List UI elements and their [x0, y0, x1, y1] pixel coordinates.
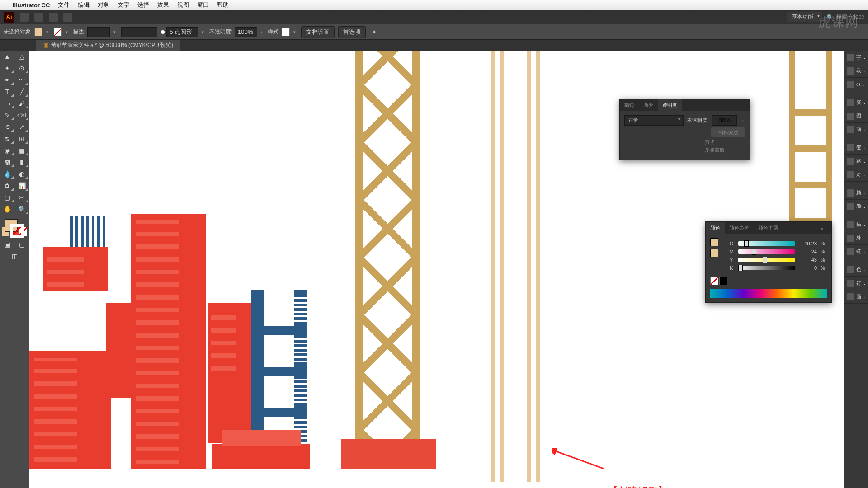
menu-file[interactable]: 文件: [58, 1, 70, 9]
y-slider[interactable]: [738, 258, 795, 262]
dock-appearance[interactable]: 外...: [844, 231, 868, 245]
style-swatch[interactable]: [282, 28, 290, 36]
align-icon[interactable]: ✦: [372, 29, 377, 35]
dock-links[interactable]: 链...: [844, 245, 868, 258]
tab-color[interactable]: 颜色: [706, 222, 725, 234]
brush-preset[interactable]: [166, 27, 198, 37]
dock-colorguide[interactable]: 颜...: [844, 200, 868, 213]
tab-gradient[interactable]: 渐变: [639, 99, 658, 111]
app-name[interactable]: Illustrator CC: [13, 2, 50, 9]
type-tool[interactable]: T: [0, 86, 14, 98]
panel-menu-icon[interactable]: » ≡: [817, 224, 831, 234]
artwork-crane: [355, 51, 420, 439]
dock-stroke[interactable]: 描...: [844, 218, 868, 231]
panel-opacity-input[interactable]: [712, 115, 737, 126]
dock-symbols[interactable]: 符...: [844, 277, 868, 290]
dock-color[interactable]: 颜...: [844, 186, 868, 200]
spectrum-picker[interactable]: [710, 289, 827, 298]
screen-mode-normal[interactable]: ▣: [0, 239, 14, 250]
invert-checkbox[interactable]: [697, 148, 702, 153]
stroke-weight-input[interactable]: [87, 27, 110, 37]
free-transform-tool[interactable]: ⊞: [14, 133, 29, 145]
rotate-tool[interactable]: ⟲: [0, 121, 14, 133]
symbol-sprayer-tool[interactable]: ✿: [0, 180, 14, 192]
menu-type[interactable]: 文字: [118, 1, 129, 9]
bridge-icon[interactable]: [20, 13, 29, 22]
paintbrush-tool[interactable]: 🖌: [14, 98, 29, 109]
slice-tool[interactable]: ✂: [14, 192, 29, 203]
rectangle-tool[interactable]: ▭: [0, 98, 14, 109]
selection-tool[interactable]: ▲: [0, 51, 14, 62]
menu-help[interactable]: 帮助: [217, 1, 229, 9]
menu-object[interactable]: 对象: [98, 1, 109, 9]
blend-mode-select[interactable]: 正常: [624, 115, 684, 126]
menu-view[interactable]: 视图: [177, 1, 189, 9]
stock-icon[interactable]: [34, 13, 43, 22]
k-slider[interactable]: [738, 266, 795, 270]
control-bar: 未选择对象 ▾ ▾ 描边: ▾ ▾ 不透明度: › 样式: ▾ 文档设置 首选项…: [0, 24, 868, 40]
search-box[interactable]: 🔍 搜索 Adobe: [827, 13, 864, 21]
y-value[interactable]: 43: [799, 257, 817, 263]
blend-tool[interactable]: ◐: [14, 168, 29, 180]
dock-assets[interactable]: 资...: [844, 96, 868, 109]
dock-transform[interactable]: 变...: [844, 141, 868, 155]
graph-tool[interactable]: 📊: [14, 180, 29, 192]
dock-opentype[interactable]: O...: [844, 78, 868, 91]
width-tool[interactable]: ≋: [0, 133, 14, 145]
dock-paragraph[interactable]: 段...: [844, 64, 868, 78]
scale-tool[interactable]: ⤢: [14, 121, 29, 133]
dock-artboards[interactable]: 画...: [844, 123, 868, 136]
gpu-icon[interactable]: [63, 13, 72, 22]
dock-character[interactable]: 字...: [844, 51, 868, 64]
mesh-tool[interactable]: ▩: [0, 156, 14, 168]
arrange-icon[interactable]: [49, 13, 58, 22]
pen-tool[interactable]: ✒: [0, 74, 14, 86]
tab-color-theme[interactable]: 颜色主题: [754, 222, 783, 234]
gradient-tool[interactable]: ▮: [14, 156, 29, 168]
tab-stroke[interactable]: 描边: [620, 99, 639, 111]
panel-menu-icon[interactable]: ≡: [740, 101, 750, 111]
eraser-tool[interactable]: ⌫: [14, 109, 29, 121]
edit-toggle[interactable]: ◫: [0, 250, 29, 262]
perspective-tool[interactable]: ▦: [14, 145, 29, 156]
direct-selection-tool[interactable]: △: [14, 51, 29, 62]
brush-input[interactable]: [121, 27, 157, 37]
doc-setup-button[interactable]: 文档设置: [301, 26, 335, 38]
zoom-tool[interactable]: 🔍: [14, 203, 29, 215]
line-tool[interactable]: ╱: [14, 86, 29, 98]
c-slider[interactable]: [738, 241, 795, 246]
stroke-swatch[interactable]: [54, 28, 62, 36]
workspace-switcher[interactable]: 基本功能: [787, 12, 822, 22]
tab-color-guide[interactable]: 颜色参考: [725, 222, 754, 234]
hand-tool[interactable]: ✋: [0, 203, 14, 215]
artwork-line: [500, 51, 504, 482]
eyedropper-tool[interactable]: 💧: [0, 168, 14, 180]
k-value[interactable]: 0: [799, 265, 817, 271]
tab-transparency[interactable]: 透明度: [658, 99, 682, 111]
make-mask-button[interactable]: 制作蒙版: [711, 127, 745, 137]
dock-swatches[interactable]: 色...: [844, 263, 868, 277]
clip-checkbox[interactable]: [697, 140, 702, 145]
prefs-button[interactable]: 首选项: [338, 26, 366, 38]
artboard-tool[interactable]: ▢: [0, 192, 14, 203]
magic-wand-tool[interactable]: ✦: [0, 62, 14, 74]
m-value[interactable]: 24: [799, 249, 817, 254]
dock-brushes[interactable]: 画...: [844, 290, 868, 304]
document-tab[interactable]: ▣ 劳动节演示文件.ai* @ 509.88% (CMYK/GPU 预览): [36, 40, 180, 51]
lasso-tool[interactable]: ⊙: [14, 62, 29, 74]
m-slider[interactable]: [738, 249, 795, 254]
dock-layers[interactable]: 图...: [844, 109, 868, 123]
menu-window[interactable]: 窗口: [197, 1, 209, 9]
curvature-tool[interactable]: 〰: [14, 74, 29, 86]
screen-mode-full[interactable]: ▢: [14, 239, 29, 250]
dock-pathfinder[interactable]: 路...: [844, 155, 868, 168]
shaper-tool[interactable]: ✎: [0, 109, 14, 121]
menu-edit[interactable]: 编辑: [78, 1, 90, 9]
shape-builder-tool[interactable]: ◉: [0, 145, 14, 156]
fill-swatch[interactable]: [34, 28, 42, 36]
dock-align[interactable]: 对...: [844, 168, 868, 182]
menu-select[interactable]: 选择: [137, 1, 149, 9]
c-value[interactable]: 10.28: [799, 241, 817, 246]
menu-effect[interactable]: 效果: [157, 1, 169, 9]
opacity-input[interactable]: [235, 27, 257, 37]
